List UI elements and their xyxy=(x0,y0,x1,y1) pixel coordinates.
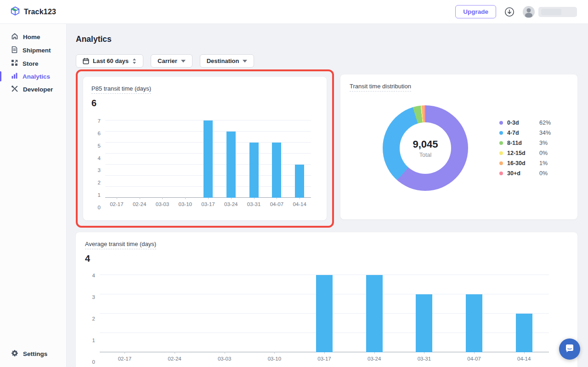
y-tick-label: 0 xyxy=(89,205,101,210)
sidebar-item-settings[interactable]: Settings xyxy=(0,347,66,361)
sidebar-item-analytics[interactable]: Analytics xyxy=(0,70,66,83)
x-tick-label: 03-24 xyxy=(220,198,243,207)
x-tick-label: 03-03 xyxy=(199,352,249,361)
y-tick-label: 3 xyxy=(83,294,95,300)
sidebar-item-label: Shipment xyxy=(23,47,51,54)
y-tick-label: 1 xyxy=(83,338,95,343)
sidebar-item-home[interactable]: Home xyxy=(0,30,66,44)
avatar xyxy=(523,6,535,18)
legend-label: 0-3d xyxy=(507,120,535,126)
x-tick-label: 03-24 xyxy=(349,352,399,361)
chevron-down-icon xyxy=(243,60,247,63)
bar-slot xyxy=(288,120,311,198)
bar-slot xyxy=(449,275,499,352)
bar-slot xyxy=(349,275,399,352)
bar-slot xyxy=(249,275,300,352)
legend-item[interactable]: 12-15d0% xyxy=(499,148,551,158)
bar-slot xyxy=(174,120,197,198)
bar-slot xyxy=(151,120,174,198)
transit-time-distribution-card: Transit time distribution 9,045 Total 0-… xyxy=(340,75,577,219)
bar-slot xyxy=(220,120,243,198)
average-bar-chart: 01234 02-1702-2403-0303-1003-1703-2403-3… xyxy=(100,275,549,361)
date-range-filter[interactable]: Last 60 days xyxy=(76,54,143,68)
y-tick-label: 7 xyxy=(89,118,101,124)
x-tick-label: 03-31 xyxy=(243,198,266,207)
average-transit-time-card: Average transit time (days) 4 01234 02-1… xyxy=(76,232,577,367)
redacted-username xyxy=(538,6,578,18)
bar-slot xyxy=(300,275,350,352)
sidebar-item-label: Settings xyxy=(23,350,47,357)
bar xyxy=(204,120,213,198)
legend-label: 16-30d xyxy=(507,160,535,166)
legend-label: 12-15d xyxy=(507,150,535,156)
legend-dot xyxy=(499,121,503,125)
legend-dot xyxy=(499,151,503,155)
legend-item[interactable]: 30+d0% xyxy=(499,168,551,178)
bar xyxy=(272,143,281,198)
donut-total-value: 9,045 xyxy=(413,138,438,150)
average-headline-value: 4 xyxy=(85,253,568,264)
legend-dot xyxy=(499,131,503,135)
legend-percent: 3% xyxy=(539,140,548,146)
bar-slot xyxy=(399,275,449,352)
x-tick-label: 03-10 xyxy=(249,352,300,361)
x-axis: 02-1702-2403-0303-1003-1703-2403-3104-07… xyxy=(100,352,549,361)
bar xyxy=(516,314,532,352)
chat-launcher-button[interactable] xyxy=(559,338,580,360)
destination-value: Destination xyxy=(207,57,239,64)
legend-percent: 0% xyxy=(539,170,548,177)
destination-filter[interactable]: Destination xyxy=(200,54,254,68)
sidebar: Home Shipment Store xyxy=(0,24,67,367)
bar-slot xyxy=(105,120,128,198)
x-tick-label: 02-24 xyxy=(150,352,200,361)
bar-slot xyxy=(243,120,266,198)
upgrade-button[interactable]: Upgrade xyxy=(455,5,496,18)
legend-label: 4-7d xyxy=(507,130,535,136)
bar xyxy=(366,275,383,352)
x-tick-label: 04-07 xyxy=(449,352,499,361)
donut-total-label: Total xyxy=(419,152,431,158)
x-tick-label: 03-17 xyxy=(197,198,220,207)
bar-slot xyxy=(265,120,288,198)
download-icon[interactable] xyxy=(504,7,514,17)
bar xyxy=(466,294,482,352)
legend-item[interactable]: 4-7d34% xyxy=(499,128,551,138)
bar-slot xyxy=(199,275,249,352)
bar xyxy=(416,294,432,352)
legend-percent: 1% xyxy=(539,160,548,166)
sidebar-item-store[interactable]: Store xyxy=(0,57,66,70)
bar xyxy=(226,132,236,198)
bar-slot xyxy=(499,275,549,352)
store-icon xyxy=(11,59,18,68)
x-tick-label: 04-14 xyxy=(288,198,311,207)
sidebar-item-developer[interactable]: Developer xyxy=(0,83,66,96)
legend-item[interactable]: 0-3d62% xyxy=(499,118,551,128)
card-title: Transit time distribution xyxy=(350,83,411,92)
y-tick-label: 6 xyxy=(89,131,101,136)
account-menu[interactable] xyxy=(523,6,578,18)
sort-arrows-icon xyxy=(132,58,136,64)
brand-logo[interactable]: Track123 xyxy=(10,6,56,18)
legend-dot xyxy=(499,161,503,165)
x-tick-label: 02-17 xyxy=(105,198,128,207)
bar-chart-icon xyxy=(11,72,18,80)
main-content: Analytics Last 60 days Carrier De xyxy=(67,24,588,367)
carrier-filter[interactable]: Carrier xyxy=(151,54,192,68)
sidebar-item-shipment[interactable]: Shipment xyxy=(0,44,66,57)
legend-label: 30+d xyxy=(507,170,535,177)
chevron-down-icon xyxy=(181,60,186,63)
x-axis: 02-1702-2403-0303-1003-1703-2403-3104-07… xyxy=(105,198,311,207)
legend-item[interactable]: 16-30d1% xyxy=(499,158,551,168)
bar xyxy=(295,165,304,198)
legend-dot xyxy=(499,172,503,175)
y-tick-label: 3 xyxy=(89,167,101,173)
legend-item[interactable]: 8-11d3% xyxy=(499,138,551,148)
brand-name: Track123 xyxy=(24,8,56,16)
donut-center: 9,045 Total xyxy=(400,122,451,174)
home-icon xyxy=(11,33,18,41)
bar-slot xyxy=(128,120,151,198)
topbar: Track123 Upgrade xyxy=(0,0,588,24)
card-title: Average transit time (days) xyxy=(85,241,156,249)
p85-transit-time-card: P85 transit time (days) 6 01234567 02-17… xyxy=(83,77,327,220)
highlight-rectangle: P85 transit time (days) 6 01234567 02-17… xyxy=(76,69,334,228)
